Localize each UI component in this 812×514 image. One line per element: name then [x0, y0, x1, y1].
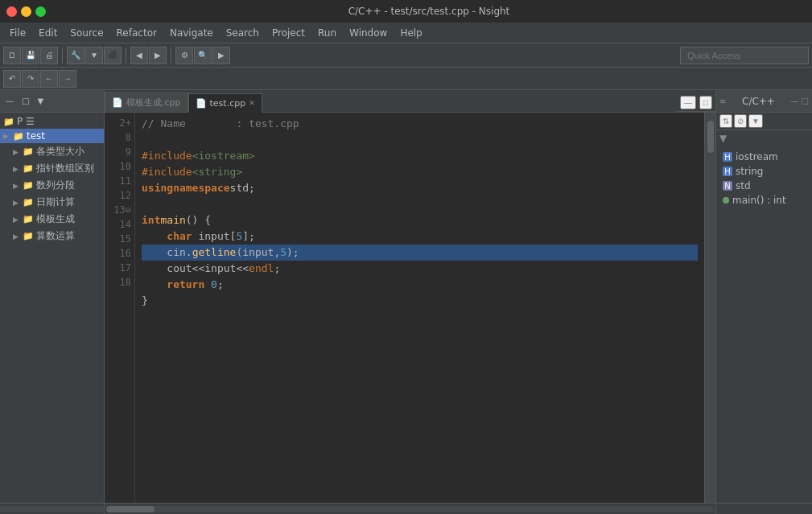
menu-item-run[interactable]: Run — [311, 26, 343, 40]
outline-scrollbar-h[interactable] — [716, 503, 812, 514]
maximize-button[interactable] — [35, 6, 46, 17]
tool3-button[interactable]: ⬛ — [104, 47, 122, 64]
save-button[interactable]: 💾 — [22, 47, 39, 64]
code-content[interactable]: // Name : test.cpp #include <iostream> #… — [135, 113, 704, 503]
toolbar-group-file: 🗋 💾 🖨 — [3, 47, 58, 64]
sidebar-scrollbar[interactable] — [0, 506, 104, 512]
debug2-button[interactable]: 🔍 — [194, 47, 212, 64]
outline-filter-btn[interactable]: ⊘ — [734, 114, 747, 128]
outline-sort-btn[interactable]: ⇅ — [719, 114, 732, 128]
toolbar-separator-2 — [126, 47, 126, 64]
outline-expand-btn[interactable]: ▼ — [748, 114, 763, 128]
outline-item-main[interactable]: main() : int — [723, 193, 806, 208]
tool1-button[interactable]: 🔧 — [67, 47, 84, 64]
outline-item-iostream[interactable]: H iostream — [723, 150, 806, 164]
tab-template[interactable]: 📄 模板生成.cpp — [105, 93, 188, 112]
quick-access-input[interactable] — [680, 47, 809, 64]
sidebar-item-date[interactable]: ▶ 📁 日期计算 — [0, 194, 104, 211]
toolbar-separator-1 — [62, 47, 63, 64]
code-line-18: } — [142, 293, 698, 309]
code-line-12 — [142, 196, 698, 212]
hscrollbar-thumb[interactable] — [106, 506, 155, 512]
prev-edit-button[interactable]: ↶ — [3, 70, 21, 88]
tab-label: 模板生成.cpp — [126, 97, 181, 109]
sidebar-item-pointers[interactable]: ▶ 📁 指针数组区别 — [0, 160, 104, 177]
menu-item-edit[interactable]: Edit — [32, 26, 64, 40]
sidebar-item-label: test — [27, 130, 45, 142]
menu-item-window[interactable]: Window — [343, 26, 394, 40]
editor-min-btn[interactable]: — — [680, 96, 696, 109]
tree-arrow-icon: ▶ — [13, 216, 23, 224]
debug1-button[interactable]: ⚙ — [175, 47, 193, 64]
header-icon: H — [723, 167, 732, 176]
run-button[interactable]: ▶ — [212, 47, 230, 64]
menu-item-file[interactable]: File — [3, 26, 32, 40]
outline-item-label: string — [736, 166, 763, 177]
toolbar1: 🗋 💾 🖨 🔧 ▼ ⬛ ◀ ▶ ⚙ 🔍 ▶ — [0, 43, 812, 68]
menu-item-source[interactable]: Source — [64, 26, 109, 40]
tab-icon: 📄 — [196, 98, 207, 109]
vscrollbar-thumb[interactable] — [707, 121, 714, 153]
tab-label: test.cpp — [210, 98, 246, 109]
folder-icon: 📁 — [23, 146, 34, 158]
sidebar-item-test[interactable]: ▶ 📁 test — [0, 129, 104, 143]
code-line-8 — [142, 132, 698, 148]
sidebar-expand-btn[interactable]: □ — [19, 96, 31, 106]
code-line-17: return 0; — [142, 277, 698, 293]
outline-min-btn[interactable]: — — [791, 97, 799, 105]
main-layout: — □ ▼ 📁 P ☰ ▶ 📁 test ▶ 📁 各类型大小 — [0, 90, 812, 514]
print-button[interactable]: 🖨 — [40, 47, 58, 64]
sidebar-collapse-btn[interactable]: — — [3, 96, 16, 106]
editor-max-btn[interactable]: □ — [699, 96, 712, 109]
outline-item-std[interactable]: N std — [723, 179, 806, 193]
menu-item-search[interactable]: Search — [220, 26, 266, 40]
hscrollbar-track[interactable] — [106, 506, 714, 512]
menu-item-project[interactable]: Project — [266, 26, 311, 40]
tab-testcpp[interactable]: 📄 test.cpp ✕ — [188, 93, 262, 113]
close-button[interactable] — [6, 6, 17, 17]
outline-item-string[interactable]: H string — [723, 164, 806, 179]
toolbar-group-nav: ◀ ▶ — [130, 47, 167, 64]
folder-icon: 📁 — [23, 214, 34, 225]
sidebar-item-label: 数列分段 — [36, 179, 75, 192]
outline-dropdown: ▼ — [716, 130, 812, 146]
sidebar-item-seq[interactable]: ▶ 📁 数列分段 — [0, 177, 104, 194]
sidebar: — □ ▼ 📁 P ☰ ▶ 📁 test ▶ 📁 各类型大小 — [0, 90, 105, 514]
tool2-button[interactable]: ▼ — [85, 47, 103, 64]
fwd2-button[interactable]: → — [59, 70, 76, 88]
window-controls — [6, 6, 46, 17]
sidebar-item-p[interactable]: 📁 P ☰ — [0, 114, 104, 129]
sidebar-item-calc[interactable]: ▶ 📁 算数运算 — [0, 228, 104, 245]
editor-tabs: 📄 模板生成.cpp 📄 test.cpp ✕ — □ — [105, 90, 715, 113]
sidebar-new-btn[interactable]: ▼ — [35, 96, 46, 106]
back-button[interactable]: ◀ — [130, 47, 148, 64]
sidebar-item-template[interactable]: ▶ 📁 模板生成 — [0, 211, 104, 228]
toolbar-group-tools: 🔧 ▼ ⬛ — [67, 47, 122, 64]
code-line-13: int main() { — [142, 212, 698, 228]
code-line-11: using namespace std; — [142, 180, 698, 196]
toolbar2-group-nav: ↶ ↷ ← → — [3, 70, 76, 88]
header-icon: H — [723, 152, 732, 162]
folder-icon: 📁 — [3, 116, 14, 127]
sidebar-item-label: 指针数组区别 — [36, 162, 94, 175]
outline-max-btn[interactable]: □ — [802, 97, 809, 105]
next-edit-button[interactable]: ↷ — [22, 70, 39, 88]
folder-icon: 📁 — [23, 231, 34, 242]
back2-button[interactable]: ← — [40, 70, 58, 88]
folder-icon: 📁 — [23, 163, 34, 175]
vscrollbar-track[interactable] — [705, 113, 715, 503]
menu-item-refactor[interactable]: Refactor — [110, 26, 163, 40]
menu-item-help[interactable]: Help — [394, 26, 428, 40]
tab-close-icon[interactable]: ✕ — [249, 99, 255, 107]
minimize-button[interactable] — [21, 6, 31, 17]
new-button[interactable]: 🗋 — [3, 47, 21, 64]
menu-item-navigate[interactable]: Navigate — [163, 26, 220, 40]
fwd-button[interactable]: ▶ — [149, 47, 167, 64]
window-title: C/C++ - test/src/test.cpp - Nsight — [52, 6, 806, 17]
editor-scrollbar-v[interactable] — [704, 113, 715, 503]
toolbar-separator-3 — [171, 47, 171, 64]
sidebar-item-types[interactable]: ▶ 📁 各类型大小 — [0, 143, 104, 160]
outline-panel: ≡ C/C++ — □ ⇅ ⊘ ▼ ▼ H iostream H string — [715, 90, 812, 514]
titlebar: C/C++ - test/src/test.cpp - Nsight — [0, 0, 812, 23]
code-editor: 2+ 8 9 10 11 12 13⊖ 14 15 16 17 18 // Na… — [105, 113, 704, 503]
